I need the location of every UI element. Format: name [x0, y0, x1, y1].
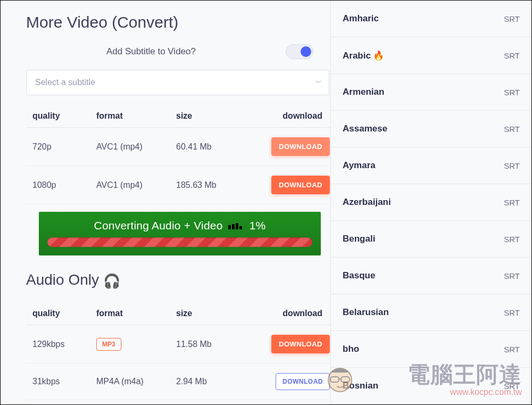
lang-name: Bengali [343, 234, 375, 244]
lang-ext: SRT [504, 14, 520, 23]
lang-ext: SRT [504, 198, 520, 207]
toggle-knob [301, 46, 311, 57]
download-button[interactable]: DOWNLOAD [271, 176, 330, 194]
subtitle-lang-row[interactable]: Assamese SRT [331, 111, 531, 147]
cell-size: 60.41 Mb [170, 128, 244, 166]
progress-text-suffix: 1% [250, 219, 266, 232]
headphones-icon: 🎧 [103, 273, 120, 289]
lang-name: Amharic [343, 13, 379, 24]
th-format: format [90, 302, 170, 325]
lang-ext: SRT [504, 382, 520, 391]
table-row: 720p AVC1 (mp4) 60.41 Mb DOWNLOAD [26, 128, 330, 166]
lang-ext: SRT [504, 51, 520, 60]
lang-ext: SRT [504, 235, 520, 244]
lang-name: Arabic🔥 [343, 50, 384, 61]
fire-icon: 🔥 [373, 51, 384, 61]
cell-size: 185.63 Mb [170, 166, 244, 204]
lang-name: Belarusian [343, 307, 389, 318]
table-row: 129kbps MP3 11.58 Mb DOWNLOAD [26, 325, 330, 363]
th-quality: quality [26, 105, 90, 128]
subtitle-lang-row[interactable]: Belarusian SRT [331, 294, 531, 331]
chevron-down-icon: ﹀ [315, 78, 322, 87]
subtitle-lang-row[interactable]: Amharic SRT [331, 1, 531, 37]
lang-name: Armenian [343, 87, 384, 97]
lang-name: bho [343, 344, 359, 354]
subtitle-select-placeholder: Select a subtitle [35, 78, 95, 87]
th-format: format [90, 105, 170, 128]
cell-quality: 720p [26, 128, 90, 166]
cell-format: MP4A (m4a) [90, 363, 170, 400]
loading-bars-icon [228, 223, 242, 229]
section-audio-title: Audio Only 🎧 [26, 271, 330, 290]
subtitle-toggle-label: Add Subtitle to Video? [26, 46, 276, 57]
th-size: size [170, 302, 244, 325]
cell-format: AVC1 (mp4) [90, 128, 170, 166]
progress-bar [47, 237, 312, 247]
lang-ext: SRT [504, 345, 520, 354]
cell-quality: 129kbps [26, 325, 90, 363]
th-size: size [170, 105, 244, 128]
lang-name: Basque [343, 270, 375, 281]
lang-ext: SRT [504, 88, 520, 97]
subtitle-lang-row[interactable]: Azerbaijani SRT [331, 184, 531, 221]
th-download: download [244, 105, 330, 128]
subtitle-select[interactable]: Select a subtitle [26, 70, 329, 95]
subtitle-lang-row[interactable]: Arabic🔥 SRT [331, 37, 531, 74]
section-audio-title-text: Audio Only [26, 271, 99, 288]
th-quality: quality [26, 302, 90, 325]
subtitle-lang-row[interactable]: Bosnian SRT [331, 368, 531, 404]
subtitle-lang-row[interactable]: Basque SRT [331, 258, 531, 294]
subtitle-lang-row[interactable]: Aymara SRT [331, 147, 531, 184]
lang-name: Assamese [343, 123, 387, 134]
progress-text: Converting Audio + Video 1% [47, 219, 312, 232]
lang-ext: SRT [504, 161, 520, 170]
lang-name: Azerbaijani [343, 197, 391, 208]
cell-quality: 31kbps [26, 363, 90, 400]
section-video-title: More Video (Convert) [26, 13, 330, 31]
th-download: download [244, 302, 330, 325]
lang-ext: SRT [504, 271, 520, 280]
lang-ext: SRT [504, 308, 520, 317]
video-table: quality format size download 720p AVC1 (… [26, 105, 330, 204]
lang-name: Aymara [343, 160, 376, 171]
table-row: 1080p AVC1 (mp4) 185.63 Mb DOWNLOAD [26, 166, 330, 204]
cell-quality: 1080p [26, 166, 90, 204]
audio-table: quality format size download 129kbps MP3… [26, 302, 330, 400]
subtitle-lang-row[interactable]: Bengali SRT [331, 221, 531, 258]
subtitle-language-list: Amharic SRT Arabic🔥 SRT Armenian SRT Ass… [331, 1, 531, 404]
cell-size: 11.58 Mb [170, 325, 244, 363]
lang-ext: SRT [504, 125, 520, 134]
download-button[interactable]: DOWNLOAD [276, 373, 330, 390]
subtitle-lang-row[interactable]: Armenian SRT [331, 74, 531, 111]
format-badge: MP3 [96, 338, 121, 351]
download-button[interactable]: DOWNLOAD [271, 335, 330, 353]
subtitle-lang-row[interactable]: bho SRT [331, 331, 531, 368]
subtitle-toggle[interactable] [286, 44, 313, 59]
download-button[interactable]: DOWNLOAD [271, 137, 330, 156]
lang-name: Bosnian [343, 381, 378, 391]
cell-format: MP3 [90, 325, 170, 363]
cell-size: 2.94 Mb [170, 363, 244, 400]
progress-banner: Converting Audio + Video 1% [39, 212, 321, 255]
cell-format: AVC1 (mp4) [90, 166, 170, 204]
progress-text-prefix: Converting Audio + Video [94, 219, 223, 232]
table-row: 31kbps MP4A (m4a) 2.94 Mb DOWNLOAD [26, 363, 330, 400]
